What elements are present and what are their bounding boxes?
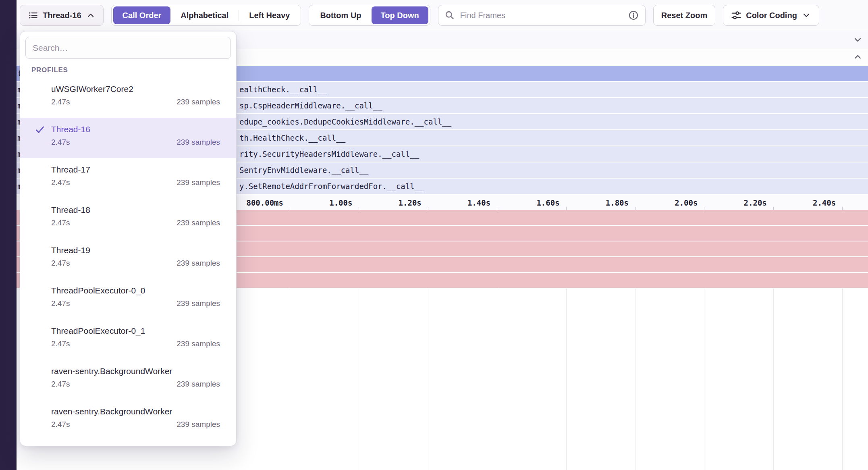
profile-samples: 239 samples bbox=[177, 96, 220, 108]
profile-duration: 2.47s bbox=[51, 378, 70, 390]
axis-tick-label: 2.40s bbox=[779, 198, 836, 207]
divider bbox=[239, 10, 239, 21]
collapse-minimap-button[interactable] bbox=[853, 35, 863, 45]
gridline bbox=[428, 289, 428, 470]
chevron-down-icon bbox=[853, 35, 863, 45]
profile-samples: 239 samples bbox=[177, 217, 220, 229]
frame-label: rity.SecurityHeadersMiddleware.__call__ bbox=[239, 150, 419, 158]
profile-list-item[interactable]: ThreadPoolExecutor-0_0 2.47s 239 samples bbox=[20, 279, 236, 319]
profile-duration: 2.47s bbox=[51, 297, 70, 310]
color-coding-button[interactable]: Color Coding bbox=[723, 5, 819, 26]
profile-duration: 2.47s bbox=[51, 177, 70, 189]
sort-order-control: Call Order Alphabetical Left Heavy bbox=[111, 5, 301, 26]
profile-name: raven-sentry.BackgroundWorker bbox=[51, 406, 220, 418]
axis-tick-label: 1.20s bbox=[365, 198, 422, 207]
frame-label: y.SetRemoteAddrFromForwardedFor.__call__ bbox=[239, 182, 424, 191]
profile-name: uWSGIWorker7Core2 bbox=[51, 83, 220, 95]
profile-list-item[interactable]: Thread-16 2.47s 239 samples bbox=[20, 118, 236, 158]
find-frames-box bbox=[438, 5, 646, 26]
profile-samples: 239 samples bbox=[177, 257, 220, 269]
call-order-button[interactable]: Call Order bbox=[113, 6, 171, 24]
check-icon bbox=[35, 125, 45, 135]
direction-control: Bottom Up Top Down bbox=[309, 5, 430, 26]
frame-label: ealthCheck.__call__ bbox=[239, 85, 327, 94]
profile-list-item[interactable]: raven-sentry.BackgroundWorker 2.47s 239 … bbox=[20, 400, 236, 440]
profile-list-item[interactable]: raven-sentry.BackgroundWorker 2.47s 239 … bbox=[20, 360, 236, 400]
reset-zoom-button[interactable]: Reset Zoom bbox=[653, 5, 715, 26]
profile-list-item[interactable]: Thread-18 2.47s 239 samples bbox=[20, 198, 236, 239]
profiler-app: Thread-16 Call Order Alphabetical Left H… bbox=[0, 0, 868, 470]
profile-duration: 2.47s bbox=[51, 257, 70, 269]
gridline bbox=[566, 289, 567, 470]
axis-tick-label: 1.80s bbox=[572, 198, 629, 207]
gridline bbox=[359, 289, 359, 470]
gridline bbox=[497, 289, 497, 470]
profile-samples: 239 samples bbox=[177, 378, 220, 390]
profile-duration: 2.47s bbox=[51, 217, 70, 229]
profile-duration: 2.47s bbox=[51, 96, 70, 108]
profile-samples: 239 samples bbox=[177, 136, 220, 148]
search-icon bbox=[444, 10, 455, 21]
profiles-list: uWSGIWorker7Core2 2.47s 239 samples Thre… bbox=[20, 77, 236, 440]
profile-name: Thread-18 bbox=[51, 204, 220, 216]
profile-name: raven-sentry.BackgroundWorker bbox=[51, 365, 220, 377]
toolbar: Thread-16 Call Order Alphabetical Left H… bbox=[17, 0, 868, 31]
profile-name: Thread-17 bbox=[51, 164, 220, 176]
thread-selector-button[interactable]: Thread-16 bbox=[20, 5, 104, 26]
top-down-button[interactable]: Top Down bbox=[372, 6, 428, 24]
profile-name: Thread-19 bbox=[51, 244, 220, 256]
thread-selector-label: Thread-16 bbox=[43, 11, 81, 20]
chevron-up-icon bbox=[853, 52, 863, 62]
info-icon[interactable] bbox=[628, 10, 639, 21]
frame-label: sp.CspHeaderMiddleware.__call__ bbox=[239, 101, 382, 110]
axis-tick-label: 2.00s bbox=[641, 198, 698, 207]
profile-samples: 239 samples bbox=[177, 418, 220, 430]
thread-dropdown-panel: PROFILES uWSGIWorker7Core2 2.47s 239 sam… bbox=[20, 31, 237, 446]
profile-duration: 2.47s bbox=[51, 136, 70, 148]
profile-name: ThreadPoolExecutor-0_1 bbox=[51, 325, 220, 337]
chevron-up-icon bbox=[86, 10, 96, 20]
profile-samples: 239 samples bbox=[177, 177, 220, 189]
gridline bbox=[704, 289, 704, 470]
color-coding-label: Color Coding bbox=[746, 11, 797, 20]
profile-samples: 239 samples bbox=[177, 338, 220, 350]
sliders-icon bbox=[731, 10, 741, 21]
axis-tick-label: 1.00s bbox=[296, 198, 352, 207]
axis-tick-label: 2.20s bbox=[710, 198, 767, 207]
left-heavy-button[interactable]: Left Heavy bbox=[240, 6, 299, 24]
profile-duration: 2.47s bbox=[51, 418, 70, 430]
bottom-up-button[interactable]: Bottom Up bbox=[311, 6, 370, 24]
profile-list-item[interactable]: Thread-19 2.47s 239 samples bbox=[20, 239, 236, 279]
gridline bbox=[290, 289, 290, 470]
profile-duration: 2.47s bbox=[51, 338, 70, 350]
alphabetical-button[interactable]: Alphabetical bbox=[171, 6, 238, 24]
axis-tick-label: 1.40s bbox=[434, 198, 490, 207]
frame-label: edupe_cookies.DedupeCookiesMiddleware.__… bbox=[239, 117, 451, 126]
list-icon bbox=[28, 10, 38, 21]
profile-name: ThreadPoolExecutor-0_0 bbox=[51, 285, 220, 297]
frame-label: th.HealthCheck.__call__ bbox=[239, 133, 345, 142]
gridline bbox=[635, 289, 635, 470]
collapse-flamegraph-button[interactable] bbox=[853, 52, 863, 62]
profile-list-item[interactable]: uWSGIWorker7Core2 2.47s 239 samples bbox=[20, 77, 236, 118]
profile-search-input[interactable] bbox=[25, 37, 231, 59]
chevron-down-icon bbox=[802, 10, 811, 20]
profile-samples: 239 samples bbox=[177, 297, 220, 310]
profile-list-item[interactable]: ThreadPoolExecutor-0_1 2.47s 239 samples bbox=[20, 319, 236, 360]
profiles-section-label: PROFILES bbox=[31, 66, 236, 74]
find-frames-input[interactable] bbox=[459, 10, 623, 21]
profile-list-item[interactable]: Thread-17 2.47s 239 samples bbox=[20, 158, 236, 198]
sidebar-strip bbox=[0, 0, 17, 470]
gridline bbox=[773, 289, 774, 470]
axis-tick-label: 1.60s bbox=[503, 198, 560, 207]
profile-name: Thread-16 bbox=[51, 123, 220, 135]
gridline bbox=[842, 289, 843, 470]
frame-label: SentryEnvMiddleware.__call__ bbox=[239, 166, 368, 175]
